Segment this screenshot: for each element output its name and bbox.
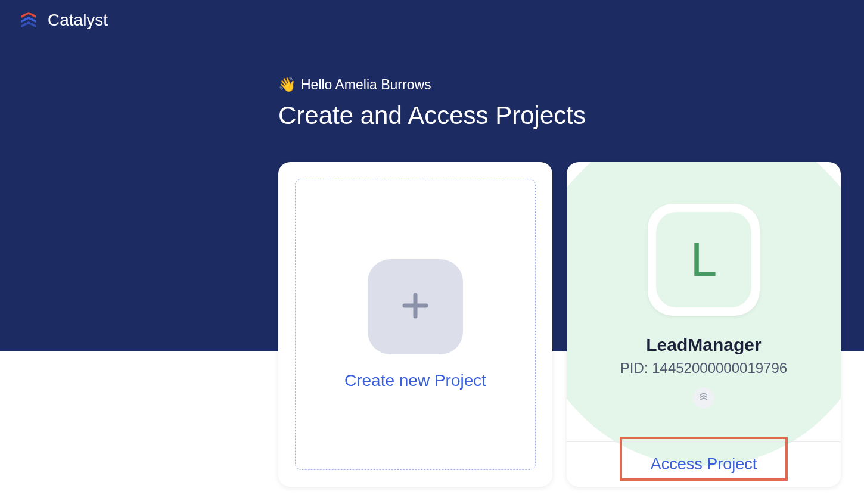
create-project-label: Create new Project [344, 371, 486, 390]
project-name: LeadManager [646, 335, 761, 355]
greeting: 👋 Hello Amelia Burrows [278, 76, 864, 93]
cards-row: Create new Project L LeadManager PID: 14… [278, 162, 864, 487]
page-title: Create and Access Projects [278, 101, 864, 130]
greeting-text: Hello Amelia Burrows [301, 77, 431, 93]
project-card: L LeadManager PID: 14452000000019796 [567, 162, 841, 487]
create-project-inner: Create new Project [295, 179, 536, 470]
catalyst-logo-icon [18, 10, 39, 31]
wave-icon: 👋 [278, 76, 296, 93]
project-avatar-letter: L [691, 232, 717, 287]
plus-box [368, 259, 463, 354]
access-project-button[interactable]: Access Project [651, 455, 757, 474]
plus-icon [397, 288, 433, 326]
create-project-card[interactable]: Create new Project [278, 162, 552, 487]
catalyst-mini-icon [698, 391, 709, 405]
main-content: 👋 Hello Amelia Burrows Create and Access… [0, 41, 864, 487]
project-card-content: L LeadManager PID: 14452000000019796 [567, 162, 841, 441]
project-pid: PID: 14452000000019796 [620, 360, 787, 377]
brand-name: Catalyst [48, 11, 108, 30]
project-card-footer: Access Project [567, 441, 841, 487]
project-avatar: L [648, 204, 760, 316]
project-type-badge [693, 387, 714, 409]
project-avatar-inner: L [656, 212, 751, 307]
header: Catalyst [0, 0, 864, 41]
